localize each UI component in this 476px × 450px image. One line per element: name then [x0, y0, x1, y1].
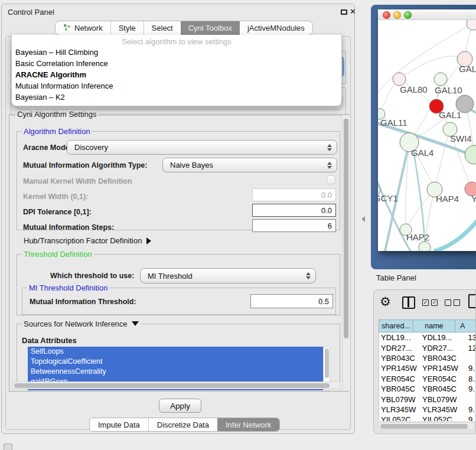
kernel-width-label: Kernel Width (0,1): [23, 193, 88, 201]
sources-expander[interactable]: Sources for Network Inference [22, 319, 141, 328]
tab-cyni-toolbox[interactable]: Cyni Toolbox [181, 21, 240, 35]
close-button[interactable] [383, 11, 390, 19]
manual-kernel-label: Manual Kernel Width Definition [23, 177, 132, 185]
dropdown-item[interactable]: Mutual Information Inference [12, 80, 341, 92]
file-export-icon[interactable] [468, 294, 476, 308]
table-row[interactable]: YIL052CYIL052C9. [379, 415, 476, 421]
cell-value: 9. [466, 384, 475, 393]
tab-label: Cyni Toolbox [188, 24, 232, 32]
column-header-clipped[interactable]: A [455, 320, 476, 332]
tab-impute-data[interactable]: Impute Data [90, 418, 148, 431]
mi-type-combo[interactable]: Naive Bayes [162, 158, 337, 172]
tab-style[interactable]: Style [110, 21, 144, 35]
dropdown-item[interactable]: Basic Correlation Inference [12, 58, 341, 69]
which-threshold-label: Which threshold to use: [50, 272, 134, 280]
close-panel-icon[interactable]: ✕ [350, 7, 356, 16]
table-horizontal-scrollbar[interactable] [379, 422, 474, 430]
float-window-icon[interactable] [341, 9, 347, 15]
minimize-button[interactable] [393, 11, 401, 19]
algorithm-dropdown-popup: Select algorithm to view settings Bayesi… [11, 35, 342, 106]
mi-threshold-title: MI Threshold Definition [27, 283, 109, 292]
network-icon [63, 24, 71, 33]
node-gal80[interactable] [393, 73, 406, 86]
collapsed-arrow-icon [146, 237, 151, 244]
zoom-button[interactable] [404, 11, 412, 19]
algorithm-definition-title: Algorithm Definition [22, 127, 92, 136]
tab-network[interactable]: Network [56, 21, 110, 35]
table-row[interactable]: YBR043CYBR043C [379, 353, 476, 363]
attribute-item[interactable]: TopologicalCoefficient [28, 357, 323, 367]
tab-select[interactable]: Select [144, 21, 181, 35]
table-row[interactable]: YDL19...YDL19...13 [379, 332, 476, 343]
algorithm-definition-group: Algorithm Definition Aracne Mode: Discov… [17, 131, 340, 230]
table-row[interactable]: YLR345WYLR345W9. [379, 405, 476, 415]
data-attributes-label: Data Attributes [22, 336, 77, 345]
select-all-columns-icon[interactable]: ✓✓ [422, 299, 438, 306]
dpi-tolerance-label: DPI Tolerance [0,1]: [23, 208, 92, 216]
table-panel: ⚙ ✓✓ shared... name A YDL19...YDL19...13… [373, 289, 476, 434]
settings-vertical-scrollbar[interactable] [342, 115, 349, 391]
mi-threshold-field[interactable]: 0.5 [250, 294, 333, 308]
table-row[interactable]: YDR27...YDR27...12 [379, 343, 476, 353]
table-row[interactable]: YBL079WYBL079W [379, 394, 476, 404]
hub-definition-expander[interactable]: Hub/Transcription Factor Definition [24, 236, 151, 245]
mi-threshold-label: Mutual Information Threshold: [30, 298, 136, 306]
tab-label: jActiveMNodules [247, 24, 305, 32]
node-big-right[interactable] [465, 145, 476, 164]
splitter-collapse-icon[interactable] [361, 216, 365, 222]
dropdown-item[interactable]: Bayesian – K2 [12, 92, 341, 103]
dropdown-item-selected[interactable]: ARACNE Algorithm [12, 69, 341, 80]
dpi-tolerance-field[interactable]: 0.0 [252, 204, 336, 217]
attribute-item[interactable]: BetweennessCentrality [28, 367, 323, 377]
node-label: SWI4 [450, 133, 472, 144]
cell-value: 9. [466, 364, 475, 373]
manual-kernel-checkbox[interactable] [327, 175, 335, 184]
node-partial-top[interactable] [467, 20, 476, 30]
tab-label: Style [119, 24, 136, 32]
mi-steps-field[interactable]: 6 [252, 219, 336, 232]
cell-shared-name: YBR045C [379, 384, 418, 393]
node-gal10[interactable] [434, 73, 447, 86]
table-row[interactable]: YER054CYER054C8. [379, 374, 476, 384]
tab-infer-network[interactable]: Infer Network [217, 418, 279, 431]
attribute-item[interactable]: SelfLoops [28, 347, 323, 357]
cell-value: 9. [466, 415, 475, 421]
stepper-icon [327, 162, 332, 169]
dropdown-item[interactable]: Dream8 DC_TDC Algorithm [12, 103, 341, 106]
gear-icon[interactable]: ⚙ [380, 295, 391, 309]
scrollbar-thumb[interactable] [14, 383, 330, 388]
tab-label: Select [152, 24, 173, 32]
cell-name: YBR043C [418, 354, 466, 363]
kernel-width-field: 0.0 [252, 188, 336, 201]
columns-icon[interactable] [402, 296, 415, 309]
deselect-all-columns-icon[interactable] [445, 299, 460, 306]
settings-horizontal-scrollbar[interactable] [12, 381, 340, 389]
node-label: GAL10 [435, 85, 462, 95]
minimized-panel-icon[interactable] [4, 444, 12, 450]
cell-shared-name: YBL079W [379, 395, 418, 404]
column-header-name[interactable]: name [413, 320, 455, 332]
cell-value: 8. [466, 374, 475, 383]
table-row[interactable]: YBR045CYBR045C9. [379, 384, 476, 394]
aracne-mode-combo[interactable]: Discovery [67, 140, 337, 155]
network-canvas[interactable]: GAL GAL80 GAL10 GAL1 GAL11 SWI4 GAL4 GCY… [378, 20, 476, 251]
network-window-titlebar [378, 9, 476, 20]
network-view-window: GAL GAL80 GAL10 GAL1 GAL11 SWI4 GAL4 GCY… [378, 9, 476, 251]
tab-discretize-data[interactable]: Discretize Data [148, 418, 217, 431]
which-threshold-combo[interactable]: MI Threshold [140, 268, 316, 283]
tab-jactivemnodules[interactable]: jActiveMNodules [240, 21, 312, 35]
scrollbar-thumb[interactable] [344, 119, 348, 338]
dropdown-item[interactable]: Bayesian – Hill Climbing [12, 47, 341, 58]
node-bottom[interactable] [419, 242, 431, 251]
table-row[interactable]: YPR145WYPR145W9. [379, 363, 476, 373]
threshold-definition-group: Threshold Definition Which threshold to … [17, 254, 340, 315]
mi-type-label: Mutual Information Algorithm Type: [23, 161, 147, 169]
table-body[interactable]: YDL19...YDL19...13 YDR27...YDR27...12 YB… [379, 332, 476, 421]
settings-group-title: Cyni Algorithm Settings [15, 110, 98, 119]
scrollbar-thumb[interactable] [325, 348, 329, 378]
expanded-arrow-icon [132, 321, 139, 326]
apply-button[interactable]: Apply [159, 399, 201, 413]
scrollbar-thumb[interactable] [380, 424, 468, 429]
node-label: GCY1 [378, 193, 398, 203]
column-header-shared-name[interactable]: shared... [379, 320, 413, 332]
